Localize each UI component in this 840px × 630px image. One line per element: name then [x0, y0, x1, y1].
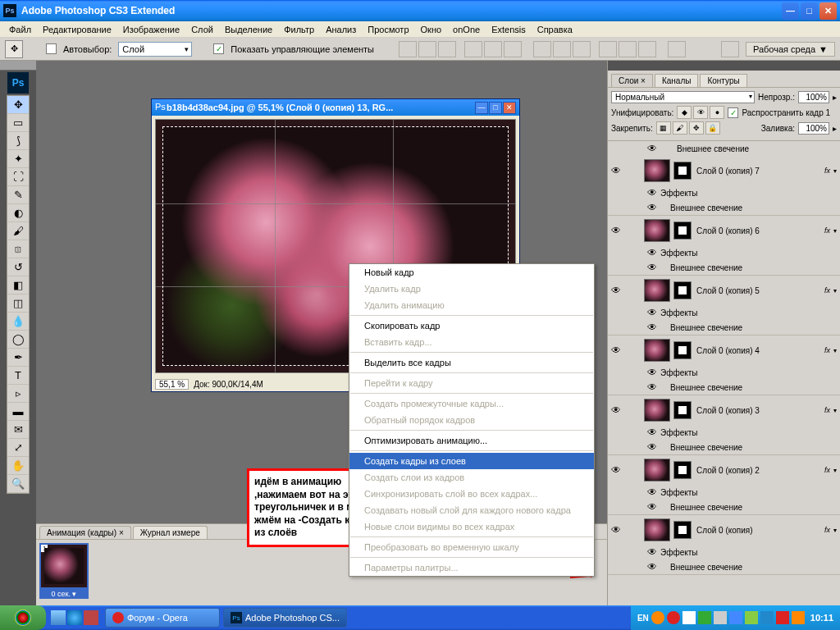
visibility-icon[interactable]: 👁	[644, 262, 660, 273]
tray-icon-7[interactable]	[745, 611, 758, 624]
tab-animation[interactable]: Анимация (кадры) ×	[39, 526, 131, 539]
tray-icon-6[interactable]	[729, 611, 742, 624]
window-close[interactable]: ✕	[819, 2, 837, 20]
visibility-icon[interactable]: 👁	[608, 464, 624, 476]
align-bottom-icon[interactable]	[438, 41, 456, 57]
align-vcenter-icon[interactable]	[418, 41, 436, 57]
wand-tool[interactable]: ✦	[7, 150, 29, 168]
visibility-icon[interactable]: 👁	[644, 322, 660, 333]
menu-image[interactable]: Изображение	[117, 25, 185, 34]
gradient-tool[interactable]: ◫	[7, 294, 29, 313]
layer-mask[interactable]	[673, 461, 692, 479]
blur-tool[interactable]: 💧	[7, 313, 29, 331]
propagate-checkbox[interactable]: ✓	[728, 107, 738, 118]
align-right-icon[interactable]	[504, 41, 522, 57]
layer-row[interactable]: 👁Слой 0 (копия) 6fx▾👁Эффекты👁Внешнее све…	[608, 216, 840, 276]
tab-paths[interactable]: Контуры	[700, 74, 746, 87]
menu-filter[interactable]: Фильтр	[278, 25, 320, 34]
zoom-value[interactable]: 55,1 %	[155, 379, 189, 390]
layer-mask[interactable]	[673, 162, 692, 180]
blend-mode-select[interactable]: Нормальный	[611, 91, 755, 103]
menu-file[interactable]: Файл	[3, 25, 37, 34]
dodge-tool[interactable]: ◯	[7, 331, 29, 349]
menu-extensis[interactable]: Extensis	[486, 25, 532, 34]
tray-volume-icon[interactable]	[714, 611, 727, 624]
stamp-tool[interactable]: ⎅	[7, 240, 29, 258]
unify-vis-icon[interactable]: 👁	[693, 106, 708, 119]
tab-channels[interactable]: Каналы	[655, 74, 699, 87]
visibility-icon[interactable]: 👁	[608, 285, 624, 296]
slice-tool[interactable]: ✎	[7, 186, 29, 204]
tray-avira-icon[interactable]	[776, 611, 789, 624]
language-indicator[interactable]: EN	[637, 614, 649, 623]
crop-tool[interactable]: ⛶	[7, 168, 29, 186]
animation-frame[interactable]: 1 0 сек. ▾	[39, 543, 89, 608]
heal-tool[interactable]: ◐	[7, 204, 29, 222]
visibility-icon[interactable]: 👁	[644, 202, 660, 213]
layer-row[interactable]: 👁Слой 0 (копия) 4fx▾👁Эффекты👁Внешнее све…	[608, 336, 840, 395]
visibility-icon[interactable]: 👁	[644, 247, 660, 258]
ctx-item[interactable]: Создать кадры из слоев	[349, 453, 594, 469]
visibility-icon[interactable]: 👁	[644, 381, 660, 393]
notes-tool[interactable]: ✉	[7, 421, 29, 439]
hand-tool[interactable]: ✋	[7, 457, 29, 475]
window-minimize[interactable]: —	[782, 2, 799, 20]
tab-layers[interactable]: Слои ×	[611, 74, 653, 87]
unify-pos-icon[interactable]: ◆	[677, 106, 692, 119]
zoom-tool[interactable]: 🔍	[7, 475, 29, 493]
tray-icon-4[interactable]	[698, 611, 711, 624]
visibility-icon[interactable]: 👁	[608, 165, 624, 176]
menu-help[interactable]: Справка	[532, 25, 578, 34]
task-photoshop[interactable]: PsAdobe Photoshop CS...	[223, 608, 347, 628]
ctx-item[interactable]: Оптимизировать анимацию...	[349, 432, 594, 449]
marquee-tool[interactable]: ▭	[7, 114, 29, 132]
menu-view[interactable]: Просмотр	[362, 25, 414, 34]
tray-icon-10[interactable]	[792, 611, 805, 624]
ctx-item[interactable]: Скопировать кадр	[349, 317, 594, 334]
visibility-icon[interactable]: 👁	[644, 187, 660, 199]
layer-row[interactable]: 👁Слой 0 (копия) 7fx▾👁Эффекты👁Внешнее све…	[608, 156, 840, 216]
menu-select[interactable]: Выделение	[219, 25, 278, 34]
eraser-tool[interactable]: ◧	[7, 276, 29, 294]
auto-align-icon[interactable]	[668, 41, 686, 57]
layer-mask[interactable]	[673, 341, 692, 359]
ql-ie-icon[interactable]	[67, 610, 82, 625]
menu-edit[interactable]: Редактирование	[37, 25, 117, 34]
layer-row[interactable]: 👁Слой 0 (копия) 5fx▾👁Эффекты👁Внешнее све…	[608, 276, 840, 336]
visibility-icon[interactable]: 👁	[608, 225, 624, 236]
visibility-icon[interactable]: 👁	[608, 524, 624, 536]
tray-icon-3[interactable]	[682, 611, 696, 624]
distribute-4-icon[interactable]	[599, 41, 617, 57]
layer-mask[interactable]	[673, 521, 692, 539]
fill-input[interactable]: 100%	[798, 122, 829, 135]
visibility-icon[interactable]: 👁	[644, 546, 660, 558]
ctx-item[interactable]: Выделить все кадры	[349, 354, 594, 371]
unify-style-icon[interactable]: ●	[710, 106, 724, 119]
history-brush-tool[interactable]: ↺	[7, 258, 29, 276]
move-tool[interactable]: ✥	[7, 96, 29, 114]
menu-onone[interactable]: onOne	[447, 25, 486, 34]
eyedropper-tool[interactable]: ⤢	[7, 439, 29, 457]
tray-icon-2[interactable]	[667, 611, 680, 624]
distribute-3-icon[interactable]	[573, 41, 591, 57]
autoselect-checkbox[interactable]	[46, 43, 57, 54]
visibility-icon[interactable]: 👁	[644, 501, 660, 513]
visibility-icon[interactable]: 👁	[644, 143, 660, 154]
visibility-icon[interactable]: 👁	[644, 367, 660, 378]
path-tool[interactable]: ▹	[7, 385, 29, 403]
distribute-2-icon[interactable]	[553, 41, 571, 57]
doc-minimize[interactable]: —	[475, 102, 488, 114]
ctx-item[interactable]: Новый кадр	[349, 264, 594, 281]
align-left-icon[interactable]	[464, 41, 482, 57]
pen-tool[interactable]: ✒	[7, 349, 29, 367]
visibility-icon[interactable]: 👁	[644, 486, 660, 498]
lock-transparent-icon[interactable]: ▦	[656, 121, 671, 135]
clock[interactable]: 10:11	[807, 613, 833, 623]
opacity-input[interactable]: 100%	[798, 91, 829, 103]
visibility-icon[interactable]: 👁	[608, 345, 624, 356]
show-transform-checkbox[interactable]: ✓	[213, 43, 224, 54]
document-titlebar[interactable]: Ps b18b4d38ac94.jpg @ 55,1% (Слой 0 (коп…	[152, 99, 519, 116]
lock-position-icon[interactable]: ✥	[689, 121, 704, 135]
layer-row[interactable]: 👁Слой 0 (копия) 2fx▾👁Эффекты👁Внешнее све…	[608, 455, 840, 515]
doc-close[interactable]: ✕	[503, 102, 516, 114]
